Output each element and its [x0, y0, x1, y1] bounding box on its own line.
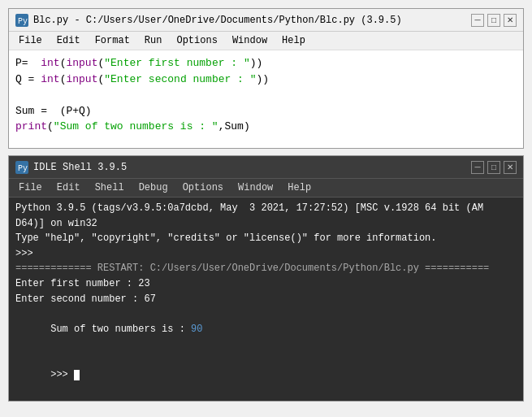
shell-menu-shell[interactable]: Shell	[89, 180, 131, 195]
code-line-5: print("Sum of two numbers is : ",Sum)	[15, 119, 517, 135]
shell-minimize-button[interactable]: ─	[471, 161, 484, 174]
code-line-4: Sum = (P+Q)	[15, 103, 517, 119]
shell-menu-help[interactable]: Help	[281, 180, 318, 195]
shell-menu-edit[interactable]: Edit	[50, 180, 87, 195]
shell-title-text: IDLE Shell 3.9.5	[33, 162, 127, 173]
editor-maximize-button[interactable]: □	[487, 14, 500, 27]
code-editor[interactable]: P= int(input("Enter first number : ")) Q…	[9, 50, 523, 148]
code-line-2: Q = int(input("Enter second number : "))	[15, 72, 517, 88]
code-line-3	[15, 87, 517, 103]
editor-menu-format[interactable]: Format	[89, 33, 136, 48]
editor-menu-run[interactable]: Run	[138, 33, 169, 48]
shell-menu-options[interactable]: Options	[176, 180, 230, 195]
shell-python-icon: Py	[15, 161, 28, 174]
shell-window: Py IDLE Shell 3.9.5 ─ □ ✕ File Edit Shel…	[8, 155, 524, 402]
editor-menubar: File Edit Format Run Options Window Help	[9, 32, 523, 50]
shell-enter-first: Enter first number : 23	[15, 276, 517, 292]
shell-maximize-button[interactable]: □	[487, 161, 500, 174]
shell-controls: ─ □ ✕	[471, 161, 517, 174]
shell-menubar: File Edit Shell Debug Options Window Hel…	[9, 179, 523, 198]
shell-menu-file[interactable]: File	[12, 180, 49, 195]
shell-python-version-2: D64)] on win32	[15, 216, 517, 232]
shell-sum-line: Sum of two numbers is : 90	[15, 306, 517, 352]
editor-python-icon: Py	[15, 14, 28, 27]
shell-sum-label: Sum of two numbers is :	[50, 324, 191, 335]
shell-title-bar: Py IDLE Shell 3.9.5 ─ □ ✕	[9, 156, 523, 179]
shell-prompt-text: >>>	[50, 369, 74, 380]
editor-title-bar: Py Blc.py - C:/Users/User/OneDrive/Docum…	[9, 9, 523, 32]
shell-python-version-1: Python 3.9.5 (tags/v3.9.5:0a7dcbd, May 3…	[15, 201, 517, 216]
shell-restart-line: ============= RESTART: C:/Users/User/One…	[15, 261, 517, 276]
shell-title-left: Py IDLE Shell 3.9.5	[15, 161, 127, 174]
editor-minimize-button[interactable]: ─	[471, 14, 484, 27]
shell-close-button[interactable]: ✕	[504, 161, 517, 174]
shell-cursor	[74, 370, 80, 380]
shell-output[interactable]: Python 3.9.5 (tags/v3.9.5:0a7dcbd, May 3…	[9, 198, 523, 401]
editor-title-left: Py Blc.py - C:/Users/User/OneDrive/Docum…	[15, 14, 402, 27]
editor-window: Py Blc.py - C:/Users/User/OneDrive/Docum…	[8, 8, 524, 149]
editor-menu-edit[interactable]: Edit	[50, 33, 87, 48]
svg-text:Py: Py	[18, 17, 28, 26]
shell-enter-second: Enter second number : 67	[15, 292, 517, 307]
shell-sum-value: 90	[191, 324, 202, 335]
shell-menu-debug[interactable]: Debug	[132, 180, 175, 195]
editor-menu-window[interactable]: Window	[226, 33, 274, 48]
code-line-1: P= int(input("Enter first number : "))	[15, 55, 517, 72]
editor-close-button[interactable]: ✕	[504, 14, 517, 27]
svg-text:Py: Py	[18, 164, 28, 173]
shell-menu-window[interactable]: Window	[231, 180, 279, 195]
editor-title-text: Blc.py - C:/Users/User/OneDrive/Document…	[33, 15, 402, 26]
shell-prompt-2: >>>	[15, 352, 517, 397]
editor-menu-help[interactable]: Help	[275, 33, 312, 48]
editor-menu-options[interactable]: Options	[170, 33, 223, 48]
shell-help-text: Type "help", "copyright", "credits" or "…	[15, 231, 517, 246]
editor-controls: ─ □ ✕	[471, 14, 517, 27]
shell-prompt-1: >>>	[15, 246, 517, 262]
editor-menu-file[interactable]: File	[12, 33, 49, 48]
